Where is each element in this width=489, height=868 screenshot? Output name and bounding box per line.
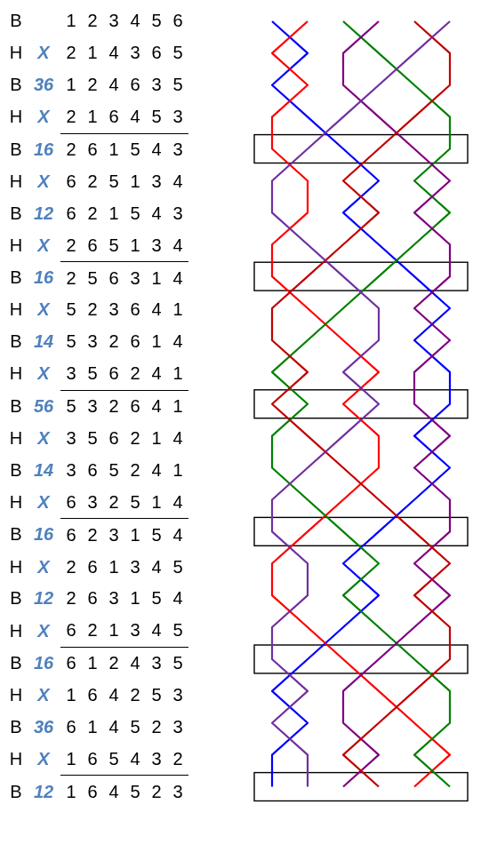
bell-cell: 6 [82, 776, 103, 808]
method-row: B56532641 [5, 390, 188, 422]
bell-cell: 4 [146, 294, 167, 326]
bell-cell: 5 [124, 133, 146, 165]
method-row: HX632514 [5, 486, 188, 518]
bell-cell: 4 [146, 133, 167, 165]
place-notation: 16 [27, 647, 60, 679]
bell-cell: 3 [146, 165, 167, 197]
bell-cell: 1 [82, 101, 103, 133]
bell-cell: 5 [167, 37, 188, 69]
bell-cell: 3 [124, 37, 146, 69]
method-row: B123456 [5, 5, 188, 37]
bell-cell: 2 [82, 197, 103, 229]
lead-head-box [254, 773, 468, 801]
place-notation: 14 [27, 454, 60, 486]
stroke-label: B [5, 390, 27, 422]
bell-cell: 4 [167, 519, 188, 551]
bell-cell: 2 [60, 37, 82, 69]
bell-cell: 4 [124, 743, 146, 775]
method-row: B12263154 [5, 583, 188, 615]
bell-cell: 5 [124, 776, 146, 808]
bell-cell: 6 [124, 294, 146, 326]
place-notation: 12 [27, 583, 60, 615]
stroke-label: H [5, 294, 27, 326]
bell-cell: 2 [167, 743, 188, 775]
bell-cell: 6 [124, 69, 146, 101]
place-notation: 16 [27, 262, 60, 294]
bell-cell: 1 [103, 133, 124, 165]
place-notation: X [27, 165, 60, 197]
bell-cell: 5 [146, 5, 167, 37]
place-notation: X [27, 551, 60, 583]
bell-cell: 2 [82, 615, 103, 647]
stroke-label: B [5, 133, 27, 165]
bell-cell: 3 [146, 647, 167, 679]
bell-cell: 2 [82, 5, 103, 37]
bell-cell: 3 [167, 776, 188, 808]
place-notation: 16 [27, 519, 60, 551]
bell-cell: 4 [167, 423, 188, 455]
bell-cell: 5 [167, 69, 188, 101]
bell-cell: 5 [60, 294, 82, 326]
bell-cell: 6 [82, 133, 103, 165]
bell-cell: 4 [124, 5, 146, 37]
figure: { "chart_data": { "type": "table", "titl… [0, 0, 489, 868]
method-row: HX216453 [5, 101, 188, 133]
bell-cell: 3 [167, 133, 188, 165]
bell-cell: 1 [60, 5, 82, 37]
bell-cell: 5 [82, 358, 103, 390]
bell-cell: 5 [60, 390, 82, 422]
method-table: B123456HX214365B36124635HX216453B1626154… [5, 5, 188, 808]
bell-cell: 5 [146, 680, 167, 712]
bell-cell: 3 [103, 294, 124, 326]
bell-cell: 2 [124, 454, 146, 486]
stroke-label: B [5, 5, 27, 37]
bell-cell: 2 [146, 776, 167, 808]
method-row: HX625134 [5, 165, 188, 197]
bell-cell: 6 [60, 615, 82, 647]
bell-cell: 2 [82, 294, 103, 326]
bell-cell: 1 [167, 390, 188, 422]
method-row: HX523641 [5, 294, 188, 326]
bell-cell: 6 [124, 390, 146, 422]
method-row: HX356214 [5, 423, 188, 455]
stroke-label: H [5, 743, 27, 775]
place-notation: 12 [27, 197, 60, 229]
stroke-label: H [5, 101, 27, 133]
stroke-label: B [5, 454, 27, 486]
bell-cell: 6 [60, 197, 82, 229]
bell-cell: 5 [103, 454, 124, 486]
bell-cell: 1 [82, 647, 103, 679]
stroke-label: B [5, 519, 27, 551]
bell-line-2 [272, 21, 450, 787]
method-row: B16623154 [5, 519, 188, 551]
bell-cell: 3 [146, 69, 167, 101]
bell-cell: 2 [103, 486, 124, 518]
place-notation: X [27, 423, 60, 455]
place-notation: 12 [27, 776, 60, 808]
place-notation: X [27, 229, 60, 261]
bell-cell: 1 [60, 69, 82, 101]
bell-cell: 1 [60, 680, 82, 712]
bell-cell: 1 [60, 743, 82, 775]
method-row: B16256314 [5, 262, 188, 294]
bell-cell: 5 [103, 165, 124, 197]
bell-cell: 3 [124, 615, 146, 647]
bell-cell: 2 [82, 165, 103, 197]
method-row: B36124635 [5, 69, 188, 101]
bell-cell: 4 [146, 197, 167, 229]
bell-cell: 6 [82, 454, 103, 486]
bell-cell: 6 [60, 712, 82, 744]
bell-cell: 2 [60, 551, 82, 583]
bell-line-3 [272, 21, 450, 787]
bell-cell: 3 [82, 486, 103, 518]
bell-cell: 1 [82, 712, 103, 744]
bell-cell: 1 [124, 519, 146, 551]
bell-cell: 6 [82, 680, 103, 712]
bell-cell: 1 [103, 615, 124, 647]
place-notation: 16 [27, 133, 60, 165]
method-row: B12164523 [5, 776, 188, 808]
bell-cell: 4 [103, 37, 124, 69]
bell-cell: 3 [124, 262, 146, 294]
bell-cell: 3 [103, 519, 124, 551]
bell-line-6 [272, 21, 450, 787]
